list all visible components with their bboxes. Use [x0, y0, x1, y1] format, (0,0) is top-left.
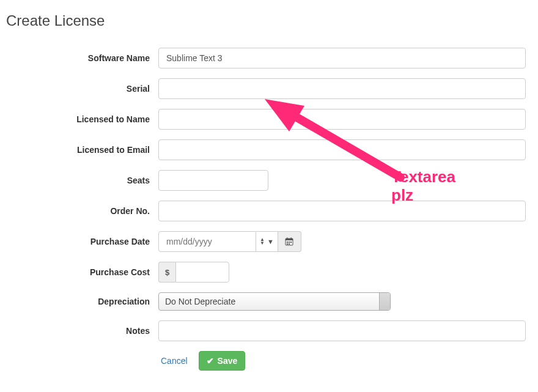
purchase-date-label: Purchase Date [6, 237, 158, 246]
licensed-to-email-label: Licensed to Email [6, 145, 158, 155]
svg-rect-8 [289, 243, 290, 245]
annotation-text: Textarea plz [391, 168, 455, 205]
seats-label: Seats [6, 176, 158, 185]
svg-rect-2 [287, 238, 288, 240]
svg-rect-5 [289, 242, 290, 243]
depreciation-label: Depreciation [6, 297, 158, 306]
chevron-down-icon: ▼ [267, 238, 274, 245]
select-handle-icon [379, 293, 390, 310]
licensed-to-name-label: Licensed to Name [6, 114, 158, 124]
notes-input[interactable] [158, 320, 526, 341]
date-spinner[interactable]: ▲▼ ▼ [256, 231, 278, 252]
calendar-icon [285, 237, 293, 246]
notes-label: Notes [6, 326, 158, 336]
depreciation-selected-value: Do Not Depreciate [165, 297, 235, 306]
licensed-to-email-input[interactable] [158, 139, 526, 160]
software-name-input[interactable] [158, 48, 526, 68]
order-no-label: Order No. [6, 206, 158, 216]
svg-rect-4 [287, 242, 288, 243]
save-button[interactable]: ✔ Save [199, 351, 246, 371]
serial-input[interactable] [158, 78, 526, 99]
svg-rect-6 [290, 242, 292, 243]
purchase-cost-label: Purchase Cost [6, 267, 158, 277]
svg-rect-1 [286, 239, 293, 240]
purchase-cost-input[interactable] [175, 262, 229, 283]
svg-rect-7 [287, 243, 288, 245]
save-button-label: Save [218, 356, 238, 366]
page-title: Create License [6, 12, 532, 29]
seats-input[interactable] [158, 170, 268, 191]
currency-symbol: $ [158, 262, 175, 283]
check-icon: ✔ [207, 356, 214, 366]
order-no-input[interactable] [158, 201, 526, 221]
licensed-to-name-input[interactable] [158, 109, 526, 130]
depreciation-select[interactable]: Do Not Depreciate [158, 292, 391, 311]
serial-label: Serial [6, 84, 158, 94]
cancel-link[interactable]: Cancel [158, 352, 190, 370]
calendar-button[interactable] [278, 231, 301, 252]
software-name-label: Software Name [6, 53, 158, 63]
svg-rect-3 [291, 238, 292, 240]
purchase-date-input[interactable] [158, 231, 256, 252]
